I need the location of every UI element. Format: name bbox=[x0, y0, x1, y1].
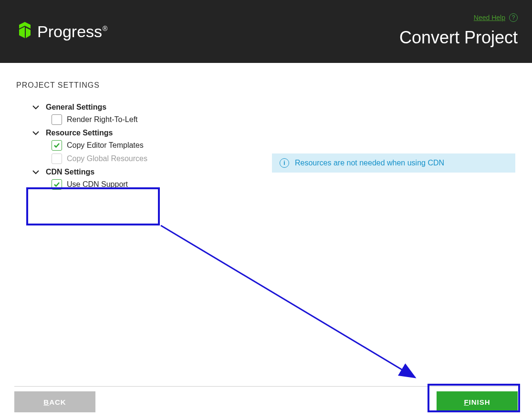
info-icon: i bbox=[280, 158, 289, 168]
checkbox-render-rtl[interactable] bbox=[52, 114, 62, 125]
option-use-cdn: Use CDN Support bbox=[52, 179, 516, 190]
group-label: CDN Settings bbox=[46, 168, 94, 176]
chevron-down-icon bbox=[31, 103, 40, 111]
group-label: General Settings bbox=[46, 103, 106, 112]
info-text: Resources are not needed when using CDN bbox=[295, 159, 444, 167]
header: Progress® Need Help ? Convert Project bbox=[0, 0, 532, 63]
group-header-general[interactable]: General Settings bbox=[31, 103, 516, 112]
back-button[interactable]: BACK bbox=[14, 391, 95, 412]
option-label: Copy Global Resources bbox=[67, 154, 147, 163]
option-render-rtl: Render Right-To-Left bbox=[52, 114, 516, 125]
annotation-highlight-cdn bbox=[26, 187, 160, 225]
settings-tree: General Settings Render Right-To-Left Re… bbox=[16, 103, 516, 190]
section-title: PROJECT SETTINGS bbox=[16, 81, 516, 90]
help-icon[interactable]: ? bbox=[509, 13, 518, 22]
finish-button[interactable]: FINISH bbox=[437, 391, 518, 412]
option-label: Copy Editor Templates bbox=[67, 141, 144, 150]
need-help-link[interactable]: Need Help bbox=[474, 14, 505, 21]
logo: Progress® bbox=[15, 21, 107, 42]
svg-marker-1 bbox=[19, 27, 25, 38]
svg-line-4 bbox=[161, 225, 415, 378]
group-label: Resource Settings bbox=[46, 129, 113, 137]
page-title: Convert Project bbox=[399, 28, 518, 48]
info-banner: i Resources are not needed when using CD… bbox=[272, 153, 515, 173]
progress-logo-icon bbox=[15, 21, 34, 42]
content: PROJECT SETTINGS General Settings Render… bbox=[0, 63, 532, 190]
chevron-down-icon bbox=[31, 129, 40, 137]
chevron-down-icon bbox=[31, 168, 40, 176]
checkbox-use-cdn[interactable] bbox=[52, 179, 62, 190]
help-area: Need Help ? bbox=[474, 13, 518, 22]
option-label: Use CDN Support bbox=[67, 180, 128, 189]
group-header-resource[interactable]: Resource Settings bbox=[31, 129, 516, 137]
logo-text: Progress® bbox=[37, 22, 107, 41]
checkbox-copy-global bbox=[52, 153, 62, 164]
footer: BACK FINISH bbox=[0, 386, 532, 419]
svg-marker-2 bbox=[26, 28, 31, 38]
option-copy-templates: Copy Editor Templates bbox=[52, 140, 516, 151]
checkbox-copy-templates[interactable] bbox=[52, 140, 62, 151]
option-label: Render Right-To-Left bbox=[67, 115, 138, 124]
divider bbox=[14, 386, 518, 387]
